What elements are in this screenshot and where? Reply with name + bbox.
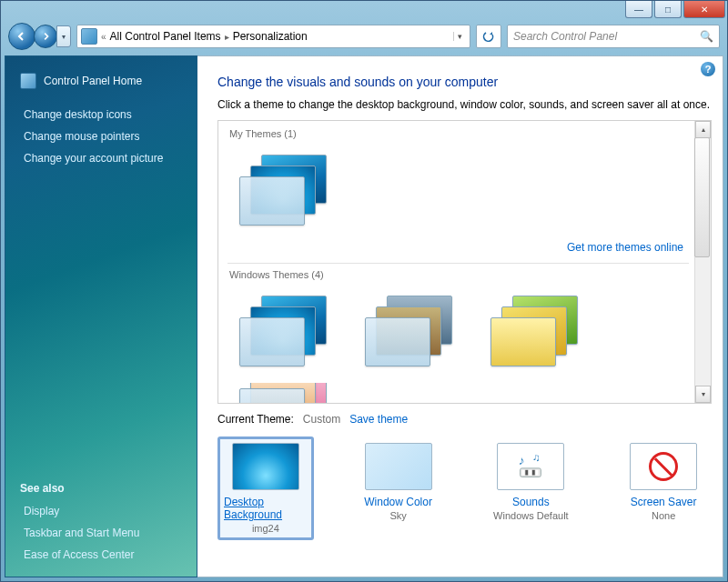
link-change-mouse-pointers[interactable]: Change mouse pointers	[24, 130, 182, 143]
scroll-thumb[interactable]	[694, 137, 710, 257]
theme-thumbnail	[490, 296, 578, 365]
windows-themes-row-2	[228, 382, 689, 404]
theme-architecture[interactable]	[353, 284, 464, 376]
link-change-desktop-icons[interactable]: Change desktop icons	[24, 108, 182, 121]
scroll-down-button[interactable]: ▾	[695, 386, 711, 403]
help-icon[interactable]: ?	[701, 62, 715, 76]
control-panel-icon	[81, 28, 97, 45]
search-placeholder: Search Control Panel	[513, 30, 617, 43]
setting-title: Desktop Background	[224, 496, 308, 521]
scroll-up-button[interactable]: ▴	[695, 121, 711, 138]
titlebar: — □ ✕	[1, 1, 727, 23]
window-color-icon	[365, 443, 432, 490]
theme-characters[interactable]	[479, 284, 590, 376]
theme-thumbnail	[239, 155, 327, 224]
refresh-button[interactable]	[476, 25, 501, 48]
home-label: Control Panel Home	[44, 75, 142, 87]
theme-landscapes[interactable]	[228, 382, 339, 404]
arrow-right-icon	[41, 32, 50, 41]
link-ease-of-access[interactable]: Ease of Access Center	[24, 548, 182, 561]
theme-windows7[interactable]	[228, 284, 339, 376]
theme-custom[interactable]	[228, 143, 339, 236]
svg-rect-6	[532, 470, 535, 476]
my-themes-label: My Themes (1)	[229, 128, 689, 139]
svg-text:♪: ♪	[519, 454, 525, 467]
setting-value: Sky	[389, 510, 406, 521]
sidebar: Control Panel Home Change desktop icons …	[5, 55, 197, 577]
scrollbar[interactable]: ▴ ▾	[694, 121, 711, 403]
sounds-icon: ♪♫	[497, 443, 564, 490]
current-theme-label: Current Theme:	[217, 413, 294, 426]
search-input[interactable]: Search Control Panel 🔍	[507, 25, 720, 48]
setting-title: Screen Saver	[631, 496, 697, 508]
svg-rect-4	[526, 470, 529, 476]
control-panel-home[interactable]: Control Panel Home	[20, 73, 182, 89]
link-change-account-picture[interactable]: Change your account picture	[24, 152, 182, 165]
current-theme-value: Custom	[303, 413, 340, 426]
chevron-right-icon: ▸	[223, 32, 231, 42]
home-icon	[20, 73, 36, 89]
window-color-setting[interactable]: Window Color Sky	[350, 436, 447, 540]
minimize-button[interactable]: —	[625, 1, 652, 18]
arrow-left-icon	[16, 31, 27, 42]
back-button[interactable]	[8, 23, 35, 50]
svg-rect-3	[522, 470, 525, 476]
theme-settings-row: Desktop Background img24 Window Color Sk…	[217, 436, 712, 540]
link-taskbar-startmenu[interactable]: Taskbar and Start Menu	[24, 527, 182, 539]
save-theme-link[interactable]: Save theme	[349, 413, 408, 426]
screen-saver-icon	[630, 443, 697, 490]
page-subtitle: Click a theme to change the desktop back…	[217, 98, 712, 111]
svg-rect-5	[529, 470, 531, 476]
personalization-window: — □ ✕ ▾ « All Control Panel Items ▸ Pers…	[0, 0, 728, 582]
content: ? Change the visuals and sounds on your …	[197, 55, 723, 577]
separator	[228, 263, 689, 264]
setting-value: None	[652, 510, 675, 521]
theme-thumbnail	[365, 296, 452, 365]
maximize-button[interactable]: □	[654, 1, 682, 18]
windows-themes-label: Windows Themes (4)	[229, 269, 689, 280]
search-icon: 🔍	[700, 30, 713, 43]
windows-themes-row	[228, 284, 689, 376]
setting-title: Sounds	[512, 496, 550, 508]
close-button[interactable]: ✕	[683, 1, 725, 18]
chevron-left-icon: «	[99, 32, 108, 42]
see-also-header: See also	[20, 482, 182, 495]
svg-text:♫: ♫	[532, 452, 541, 463]
page-title: Change the visuals and sounds on your co…	[217, 75, 712, 89]
breadcrumb-tail: ▾	[453, 32, 466, 41]
setting-title: Window Color	[364, 496, 432, 508]
get-more-themes-link[interactable]: Get more themes online	[228, 241, 683, 254]
breadcrumb-current[interactable]: Personalization	[233, 30, 308, 43]
setting-value: img24	[252, 523, 279, 534]
breadcrumb-root[interactable]: All Control Panel Items	[110, 30, 221, 43]
theme-thumbnail	[239, 296, 327, 365]
nav-history-dropdown[interactable]: ▾	[56, 25, 71, 47]
link-display[interactable]: Display	[24, 505, 182, 517]
body: Control Panel Home Change desktop icons …	[5, 55, 723, 577]
window-buttons: — □ ✕	[625, 1, 727, 18]
breadcrumb[interactable]: « All Control Panel Items ▸ Personalizat…	[76, 25, 470, 48]
theme-thumbnail	[239, 382, 327, 404]
desktop-background-setting[interactable]: Desktop Background img24	[217, 436, 314, 540]
forward-button[interactable]	[34, 25, 57, 48]
current-theme-row: Current Theme: Custom Save theme	[217, 413, 712, 426]
breadcrumb-dropdown[interactable]: ▾	[453, 32, 466, 41]
svg-rect-7	[536, 470, 539, 476]
sounds-setting[interactable]: ♪♫ Sounds Windows Default	[483, 436, 580, 540]
desktop-background-icon	[232, 443, 299, 490]
refresh-icon	[482, 30, 495, 43]
my-themes-row	[228, 143, 689, 236]
themes-list: My Themes (1) Get more themes online Win…	[217, 120, 712, 404]
screen-saver-setting[interactable]: Screen Saver None	[615, 436, 712, 540]
sidebar-spacer	[20, 169, 182, 478]
setting-value: Windows Default	[493, 510, 569, 521]
address-bar: ▾ « All Control Panel Items ▸ Personaliz…	[8, 23, 720, 50]
nav-buttons: ▾	[8, 23, 71, 50]
